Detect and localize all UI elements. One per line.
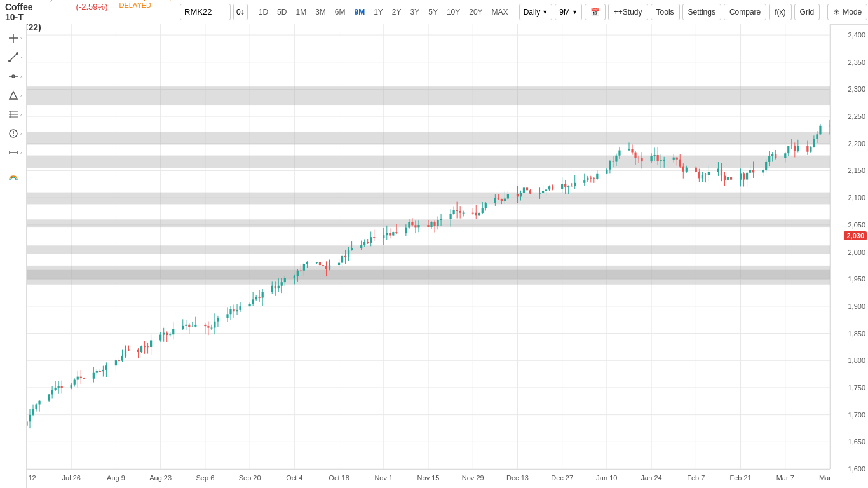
x-axis-label: Aug 23 — [149, 474, 172, 482]
svg-rect-313 — [583, 180, 585, 183]
tools-button[interactable]: Tools — [651, 4, 680, 20]
toolbar-crosshair[interactable]: › — [3, 29, 24, 47]
crosshair-icon — [8, 33, 18, 43]
svg-rect-223 — [383, 235, 384, 238]
svg-rect-59 — [27, 245, 830, 254]
svg-rect-191 — [306, 262, 308, 264]
period-20y[interactable]: 20Y — [466, 4, 485, 20]
svg-rect-99 — [102, 370, 104, 371]
svg-rect-373 — [717, 169, 719, 172]
svg-rect-331 — [618, 151, 620, 156]
period-5y[interactable]: 5Y — [425, 4, 441, 20]
svg-rect-61 — [27, 266, 830, 285]
current-price-display: 2,030s — [45, 0, 72, 2]
svg-marker-7 — [10, 92, 17, 99]
period-5d[interactable]: 5D — [274, 4, 290, 20]
symbol-input[interactable] — [180, 4, 231, 20]
toolbar-trendline[interactable]: › — [3, 48, 24, 66]
trendline-icon — [8, 52, 18, 62]
period-9m[interactable]: 9M — [351, 4, 368, 20]
svg-rect-235 — [408, 222, 410, 228]
fx-button[interactable]: f(x) — [769, 4, 791, 20]
svg-rect-209 — [348, 250, 349, 257]
x-axis-label: Mar 7 — [776, 474, 794, 482]
period-max[interactable]: MAX — [489, 4, 512, 20]
svg-rect-151 — [217, 318, 219, 322]
x-axis-label: Oct 4 — [286, 474, 302, 482]
grid-button[interactable]: Grid — [794, 4, 820, 20]
period-1y[interactable]: 1Y — [370, 4, 386, 20]
x-axis-label: Dec 27 — [551, 474, 573, 482]
calendar-icon: 📅 — [590, 8, 600, 17]
svg-rect-367 — [702, 175, 703, 179]
svg-rect-159 — [236, 310, 238, 311]
svg-rect-207 — [344, 256, 346, 257]
svg-rect-137 — [188, 325, 190, 327]
svg-rect-67 — [32, 409, 34, 415]
svg-rect-325 — [609, 161, 611, 170]
svg-rect-157 — [233, 309, 234, 312]
svg-rect-311 — [574, 183, 576, 186]
sun-icon: ☀ — [833, 8, 840, 17]
x-axis: Jul 12Jul 26Aug 9Aug 23Sep 6Sep 20Oct 4O… — [27, 469, 830, 488]
svg-rect-275 — [498, 198, 499, 199]
svg-rect-69 — [35, 404, 37, 409]
toolbar-fibonacci[interactable]: › — [3, 105, 24, 123]
toolbar-measure[interactable]: › — [3, 144, 24, 161]
study-button[interactable]: + +Study — [608, 4, 648, 20]
left-toolbar: › › › › › › — [0, 24, 27, 488]
svg-rect-315 — [587, 178, 588, 180]
mode-button[interactable]: ☀ Mode — [827, 4, 867, 20]
svg-rect-377 — [724, 176, 726, 180]
period-1d[interactable]: 1D — [255, 4, 271, 20]
svg-rect-139 — [191, 327, 193, 327]
svg-rect-187 — [300, 271, 302, 271]
chart-main[interactable]: Jul 12Jul 26Aug 9Aug 23Sep 6Sep 20Oct 4O… — [27, 24, 830, 488]
settings-button[interactable]: Settings — [682, 4, 721, 20]
svg-rect-267 — [478, 213, 480, 215]
svg-rect-369 — [705, 175, 707, 175]
svg-rect-397 — [768, 156, 770, 162]
svg-rect-337 — [634, 153, 636, 158]
fibonacci-icon — [8, 109, 18, 119]
svg-rect-215 — [363, 242, 365, 245]
svg-rect-383 — [740, 173, 742, 179]
svg-rect-141 — [194, 325, 196, 327]
svg-rect-153 — [226, 314, 228, 318]
period-3m[interactable]: 3M — [312, 4, 329, 20]
toolbar-annotation[interactable]: › — [3, 125, 24, 142]
date-info: 03/02/22[ICE/EU] DELAYED — [116, 0, 171, 9]
svg-rect-81 — [61, 386, 63, 388]
toolbar-more[interactable] — [3, 168, 24, 186]
svg-rect-417 — [813, 139, 815, 147]
svg-rect-333 — [628, 149, 630, 150]
period-6m[interactable]: 6M — [332, 4, 349, 20]
svg-rect-357 — [679, 160, 681, 167]
x-axis-label: Sep 20 — [239, 474, 261, 482]
x-axis-label: Nov 15 — [417, 474, 440, 482]
calendar-button[interactable]: 📅 — [585, 4, 606, 20]
price-axis-label: 2,250 — [848, 112, 865, 120]
x-axis-label: Jul 12 — [27, 474, 36, 482]
range-selector[interactable]: 9M ▼ — [555, 4, 582, 20]
svg-rect-281 — [507, 194, 509, 198]
toolbar-horizontal[interactable]: › — [3, 67, 24, 85]
svg-rect-203 — [338, 263, 340, 265]
svg-rect-97 — [99, 371, 101, 372]
svg-rect-83 — [71, 385, 72, 388]
interval-selector[interactable]: Daily ▼ — [519, 4, 553, 20]
compare-button[interactable]: Compare — [724, 4, 766, 20]
svg-rect-317 — [590, 178, 592, 179]
period-1m[interactable]: 1M — [292, 4, 309, 20]
svg-rect-419 — [816, 134, 818, 139]
period-10y[interactable]: 10Y — [444, 4, 463, 20]
svg-rect-339 — [637, 158, 639, 158]
period-2y[interactable]: 2Y — [389, 4, 405, 20]
svg-rect-251 — [440, 219, 442, 220]
horizontal-line-icon — [8, 71, 18, 81]
svg-rect-56 — [27, 156, 830, 168]
toolbar-shapes[interactable]: › — [3, 86, 24, 104]
flag-selector[interactable]: 0↕ — [233, 4, 248, 20]
svg-rect-395 — [765, 162, 767, 170]
period-3y[interactable]: 3Y — [407, 4, 423, 20]
